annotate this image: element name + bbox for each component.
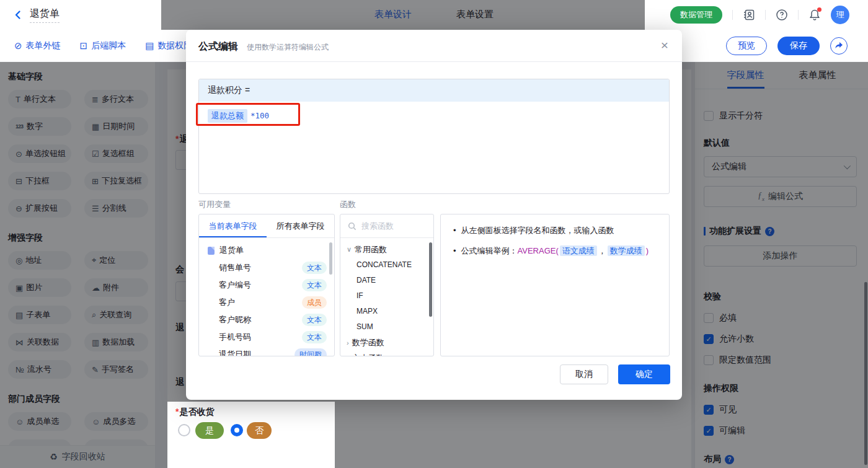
navbar-left-group: 退货单 bbox=[0, 0, 161, 30]
help-line-2: • 公式编辑举例：AVERAGE(语文成绩，数学成绩) bbox=[453, 245, 657, 257]
variables-scrollbar[interactable] bbox=[329, 242, 332, 275]
variable-row[interactable]: 客户编号文本 bbox=[199, 276, 334, 294]
modal-title: 公式编辑 bbox=[198, 40, 238, 53]
label-text: 是否收货 bbox=[179, 407, 214, 417]
variable-name: 退货日期 bbox=[219, 349, 251, 356]
help-text: 从左侧面板选择字段名和函数，或输入函数 bbox=[461, 224, 614, 237]
function-item[interactable]: MAPX bbox=[340, 304, 433, 319]
formula-editor-modal: 公式编辑 使用数学运算符编辑公式 × 退款积分 = 退款总额*100 可用变量 … bbox=[186, 30, 682, 400]
shipping-field-block[interactable]: *是否收货 是 否 bbox=[167, 402, 335, 468]
cancel-button[interactable]: 取消 bbox=[560, 364, 608, 384]
radio-no-checked[interactable] bbox=[231, 424, 243, 436]
formula-editor-box[interactable]: 退款积分 = 退款总额*100 bbox=[198, 79, 670, 194]
function-item[interactable]: CONCATENATE bbox=[340, 257, 433, 273]
link-label: 后端脚本 bbox=[91, 40, 126, 51]
preview-button[interactable]: 预览 bbox=[726, 37, 767, 55]
close-icon[interactable]: × bbox=[661, 38, 668, 51]
navbar-right-group: 数据管理 理 bbox=[645, 0, 868, 30]
example-field-chip: 语文成绩 bbox=[560, 245, 597, 256]
share-arrow-icon bbox=[835, 42, 843, 50]
backend-script-button[interactable]: ⊡后端脚本 bbox=[80, 40, 126, 51]
formula-expression-area[interactable]: 退款总额*100 bbox=[199, 102, 669, 130]
variable-row[interactable]: 销售单号文本 bbox=[199, 259, 334, 276]
help-line-1: • 从左侧面板选择字段名和函数，或输入函数 bbox=[453, 224, 657, 237]
script-icon: ⊡ bbox=[80, 40, 88, 51]
help-body: • 从左侧面板选择字段名和函数，或输入函数 • 公式编辑举例：AVERAGE(语… bbox=[441, 214, 669, 275]
modal-footer: 取消 确定 bbox=[560, 364, 670, 384]
option-yes-badge[interactable]: 是 bbox=[195, 422, 224, 439]
type-badge: 成员 bbox=[302, 296, 327, 309]
notification-dot bbox=[817, 7, 822, 12]
option-no-badge[interactable]: 否 bbox=[247, 422, 272, 439]
group-common-functions[interactable]: ∨常用函数 bbox=[340, 242, 433, 257]
modal-subtitle: 使用数学运算符编辑公式 bbox=[247, 42, 329, 53]
function-item[interactable]: IF bbox=[340, 288, 433, 304]
notification-bell-icon[interactable] bbox=[808, 9, 821, 21]
back-icon[interactable] bbox=[12, 9, 24, 20]
functions-scrollbar[interactable] bbox=[429, 242, 432, 317]
tab-current-form-fields[interactable]: 当前表单字段 bbox=[199, 214, 267, 237]
formula-expression[interactable]: *100 bbox=[250, 111, 269, 120]
example-prefix: 公式编辑举例： bbox=[461, 246, 518, 255]
variable-name: 客户昵称 bbox=[219, 314, 251, 325]
form-name: 退货单 bbox=[219, 245, 244, 256]
variable-name: 客户 bbox=[219, 297, 235, 308]
toolbar-actions: 预览 保存 bbox=[726, 30, 868, 62]
group-text-functions[interactable]: ›文本函数 bbox=[340, 350, 433, 356]
example-function: AVERAGE( bbox=[518, 246, 559, 255]
group-label: 数学函数 bbox=[352, 337, 384, 348]
shipping-field-label: *是否收货 bbox=[175, 407, 214, 418]
save-button[interactable]: 保存 bbox=[777, 37, 820, 55]
link-icon: ⊘ bbox=[14, 40, 22, 51]
address-book-icon[interactable] bbox=[743, 9, 755, 21]
user-avatar[interactable]: 理 bbox=[831, 6, 849, 24]
data-manage-button[interactable]: 数据管理 bbox=[670, 6, 722, 24]
field-chip[interactable]: 退款总额 bbox=[208, 109, 247, 123]
example-close-paren: ) bbox=[646, 246, 649, 255]
variables-label: 可用变量 bbox=[198, 199, 231, 210]
link-label: 表单外链 bbox=[26, 40, 61, 51]
form-designer-app: 表单设计 表单设置 基础字段 T单行文本 ≣多行文本 123数字 ▦日期时间 ⊙… bbox=[0, 0, 868, 468]
data-permission-icon: ▤ bbox=[145, 40, 154, 51]
variable-row[interactable]: 客户成员 bbox=[199, 294, 334, 311]
caret-right-icon: › bbox=[347, 355, 349, 357]
type-badge: 文本 bbox=[302, 331, 327, 343]
document-icon bbox=[208, 247, 215, 255]
confirm-button[interactable]: 确定 bbox=[618, 364, 670, 384]
toolbar-links: ⊘表单外链 ⊡后端脚本 ▤数据权限 bbox=[0, 40, 192, 51]
radio-yes-unchecked[interactable] bbox=[178, 424, 190, 436]
help-panel: • 从左侧面板选择字段名和函数，或输入函数 • 公式编辑举例：AVERAGE(语… bbox=[440, 214, 670, 356]
type-badge: 文本 bbox=[302, 279, 327, 291]
function-item[interactable]: DATE bbox=[340, 273, 433, 288]
help-icon[interactable] bbox=[776, 9, 788, 21]
search-icon bbox=[348, 222, 356, 231]
external-link-button[interactable]: ⊘表单外链 bbox=[14, 40, 61, 51]
share-button[interactable] bbox=[830, 37, 848, 55]
functions-label: 函数 bbox=[340, 199, 356, 210]
group-label: 文本函数 bbox=[352, 353, 384, 357]
variable-name: 客户编号 bbox=[219, 280, 251, 291]
variables-panel: 当前表单字段 所有表单字段 退货单 销售单号文本 客户编号文本 客户成员 客户昵… bbox=[198, 214, 335, 356]
tab-all-form-fields[interactable]: 所有表单字段 bbox=[267, 214, 334, 237]
page-title[interactable]: 退货单 bbox=[30, 7, 60, 23]
variable-name: 销售单号 bbox=[219, 262, 251, 273]
variable-row[interactable]: 客户昵称文本 bbox=[199, 311, 334, 329]
function-search-row bbox=[340, 214, 433, 238]
bullet-icon: • bbox=[453, 245, 456, 257]
group-math-functions[interactable]: ›数学函数 bbox=[340, 335, 433, 350]
modal-header: 公式编辑 使用数学运算符编辑公式 bbox=[186, 30, 682, 62]
form-tree-root[interactable]: 退货单 bbox=[199, 242, 334, 259]
divider bbox=[798, 10, 799, 20]
function-item[interactable]: SUM bbox=[340, 319, 433, 335]
group-label: 常用函数 bbox=[355, 244, 387, 255]
variable-row[interactable]: 手机号码文本 bbox=[199, 329, 334, 346]
function-search-input[interactable] bbox=[361, 221, 423, 231]
function-list: ∨常用函数 CONCATENATE DATE IF MAPX SUM ›数学函数… bbox=[340, 238, 433, 356]
data-permission-button[interactable]: ▤数据权限 bbox=[145, 40, 192, 51]
bullet-icon: • bbox=[453, 224, 456, 237]
example-field-chip: 数学成绩 bbox=[608, 245, 645, 256]
variable-name: 手机号码 bbox=[219, 332, 251, 343]
functions-panel: ∨常用函数 CONCATENATE DATE IF MAPX SUM ›数学函数… bbox=[340, 214, 434, 356]
variable-row[interactable]: 退货日期时间戳 bbox=[199, 346, 334, 356]
variables-tabs: 当前表单字段 所有表单字段 bbox=[199, 214, 334, 238]
